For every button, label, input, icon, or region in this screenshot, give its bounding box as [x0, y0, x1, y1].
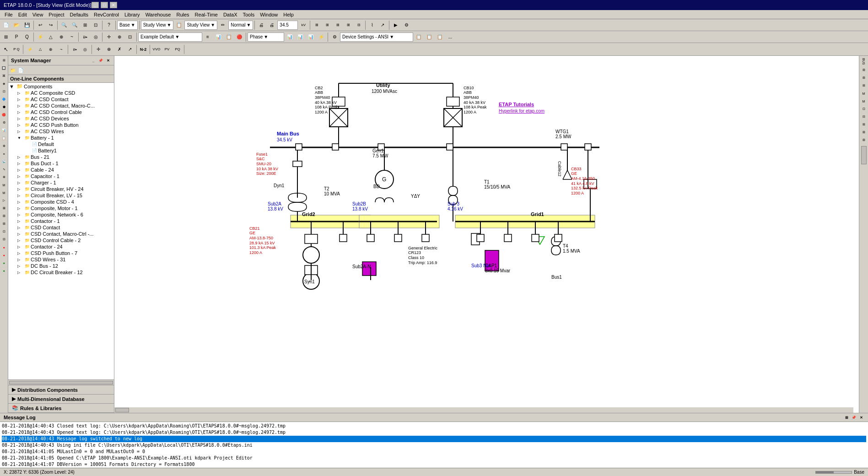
menu-rules[interactable]: Rules: [173, 11, 192, 18]
tree-csd-push-btn-7[interactable]: ▷ 📁 CSD Push Button - 7: [8, 250, 114, 256]
tree-root[interactable]: ▼ 📁 Components: [8, 83, 114, 90]
tr-tool[interactable]: △: [35, 44, 45, 54]
bus3-btn[interactable]: ⊞: [333, 20, 343, 30]
rp-8[interactable]: ⊞: [860, 121, 868, 128]
circle-tool[interactable]: ◎: [80, 44, 90, 54]
li-26[interactable]: ●: [0, 251, 8, 259]
tree-ac-csd-contact-macro[interactable]: ▷ 📁 AC CSD Contact, Macro-C...: [8, 103, 114, 109]
tree-battery-1[interactable]: ▼ 📁 Battery - 1: [8, 135, 114, 141]
sm-pin[interactable]: 📌: [97, 57, 104, 64]
t2-11[interactable]: ⊡: [125, 32, 135, 42]
print-btn[interactable]: 🖨: [256, 20, 266, 30]
li-10[interactable]: 📊: [0, 127, 8, 134]
plus-tool[interactable]: ✛: [93, 44, 103, 54]
t2-2[interactable]: Q: [22, 32, 32, 42]
vvo-tool[interactable]: VVO: [151, 44, 162, 54]
tree-cb-lv-15[interactable]: ▷ 📁 Circuit Breaker, LV - 15: [8, 192, 114, 199]
menu-datax[interactable]: DataX: [221, 11, 240, 18]
cross-tool[interactable]: ✗: [114, 44, 124, 54]
li-8[interactable]: 🔴: [0, 111, 8, 119]
base-dropdown[interactable]: Base▼: [117, 21, 138, 30]
close-button[interactable]: ✕: [110, 2, 117, 8]
li-27[interactable]: ●: [0, 259, 8, 266]
li-17[interactable]: M: [0, 181, 8, 189]
load-tool[interactable]: ⊕: [46, 44, 56, 54]
tree-battery1[interactable]: 📄 Battery1: [8, 147, 114, 154]
sm-close[interactable]: ✕: [105, 57, 111, 64]
zoom-in-btn[interactable]: 🔍: [59, 20, 69, 30]
li-1[interactable]: ⊞: [0, 57, 8, 64]
t2-9[interactable]: ✛: [104, 32, 114, 42]
h-scrollbar[interactable]: [114, 407, 853, 413]
tree-dc-cb-12[interactable]: ▷ 📁 DC Circuit Breaker - 12: [8, 269, 114, 276]
h-scroll-thumb[interactable]: [115, 408, 129, 412]
snap-btn[interactable]: ⊟: [354, 20, 364, 30]
zoom-out-btn[interactable]: 🔍: [70, 20, 80, 30]
tree-composite-network-6[interactable]: ▷ 📁 Composite, Network - 6: [8, 211, 114, 218]
multidim-database-section[interactable]: ▶ Multi-Dimensional Database: [8, 395, 114, 404]
t2-7[interactable]: ⌲: [80, 32, 90, 42]
zoom-win-btn[interactable]: ⊡: [91, 20, 101, 30]
tree-ac-composite-csd[interactable]: ▷ 📁 AC Composite CSD: [8, 90, 114, 96]
cb-tool[interactable]: ~: [56, 44, 66, 54]
new-btn[interactable]: 📄: [1, 20, 11, 30]
menu-library[interactable]: Library: [122, 11, 143, 18]
menu-help[interactable]: Help: [280, 11, 297, 18]
rp-5[interactable]: M: [860, 97, 868, 105]
open-btn[interactable]: 📂: [11, 20, 22, 30]
tree-dc-bus-12[interactable]: ▷ 📁 DC Bus - 12: [8, 263, 114, 269]
li-7[interactable]: ⬟: [0, 103, 8, 111]
tree-csd-control-cable-2[interactable]: ▷ 📁 CSD Control Cable - 2: [8, 237, 114, 243]
li-12[interactable]: ⊕: [0, 142, 8, 150]
target-tool[interactable]: ⊕: [104, 44, 114, 54]
arrow2-tool[interactable]: ↗: [125, 44, 135, 54]
menu-tools[interactable]: Tools: [240, 11, 258, 18]
menu-revcontrol[interactable]: RevControl: [91, 11, 122, 18]
menu-file[interactable]: File: [2, 11, 16, 18]
menu-project[interactable]: Project: [46, 11, 67, 18]
tree-capacitor-1[interactable]: ▷ 📁 Capacitor - 1: [8, 173, 114, 179]
t2-17[interactable]: 📊: [295, 32, 305, 42]
etap-tutorials-link[interactable]: ETAP Tutorials: [499, 102, 534, 107]
t2-23[interactable]: 📋: [435, 32, 445, 42]
rp-2[interactable]: ⊞: [860, 74, 868, 81]
tree-bus-21[interactable]: ▷ 📁 Bus - 21: [8, 154, 114, 160]
n2-tool[interactable]: N-2: [138, 44, 148, 54]
li-19[interactable]: ▷: [0, 197, 8, 204]
tree-composite-motor-1[interactable]: ▷ 📁 Composite, Motor - 1: [8, 205, 114, 211]
t2-5[interactable]: ⊕: [56, 32, 66, 42]
window-controls[interactable]: _ □ ✕: [92, 2, 117, 8]
etap-tutorials-sublabel[interactable]: Hyperlink for etap.com: [499, 108, 545, 114]
t2-18[interactable]: 📊: [306, 32, 316, 42]
line-tool[interactable]: ⌲: [70, 44, 80, 54]
li-16[interactable]: ⊕: [0, 173, 8, 181]
t2-24[interactable]: ...: [445, 32, 455, 42]
studyview-dropdown1[interactable]: Study View▼: [141, 21, 174, 30]
tree-battery-default[interactable]: 📄 Default: [8, 141, 114, 147]
rp-1[interactable]: ⊞: [860, 66, 868, 74]
menu-view[interactable]: View: [30, 11, 46, 18]
tree-csd-wires-31[interactable]: ▷ 📁 CSD Wires - 31: [8, 256, 114, 263]
menu-edit[interactable]: Edit: [16, 11, 30, 18]
pq-tool[interactable]: PQ: [173, 44, 183, 54]
run-btn[interactable]: ▶: [391, 20, 401, 30]
menu-realtime[interactable]: Real-Time: [192, 11, 221, 18]
gen-tool[interactable]: ⚡: [25, 44, 35, 54]
tree-contactor-1[interactable]: ▷ 📁 Contactor - 1: [8, 218, 114, 224]
rules-libraries-section[interactable]: 📚 Rules & Libraries: [8, 404, 114, 413]
t2-1[interactable]: P: [11, 32, 22, 42]
value-input[interactable]: [277, 21, 298, 30]
bus-tool-btn[interactable]: P Q: [11, 44, 22, 54]
v-scroll-thumb[interactable]: [861, 146, 867, 164]
t2-10[interactable]: ⊕: [114, 32, 124, 42]
tree-ac-csd-push-btn[interactable]: ▷ 📁 AC CSD Push Button: [8, 122, 114, 128]
li-2[interactable]: 🔲: [0, 65, 8, 72]
pen-icon[interactable]: ✏: [218, 20, 228, 30]
t2-13[interactable]: 📊: [213, 32, 223, 42]
log-close-btn[interactable]: ✕: [858, 414, 864, 421]
v-scrollbar[interactable]: [859, 144, 868, 412]
tree-ac-csd-contact[interactable]: ▷ 📁 AC CSD Contact: [8, 96, 114, 103]
bus2-btn[interactable]: ⊞: [322, 20, 332, 30]
li-9[interactable]: ⚙: [0, 119, 8, 126]
li-20[interactable]: ⊠: [0, 205, 8, 212]
